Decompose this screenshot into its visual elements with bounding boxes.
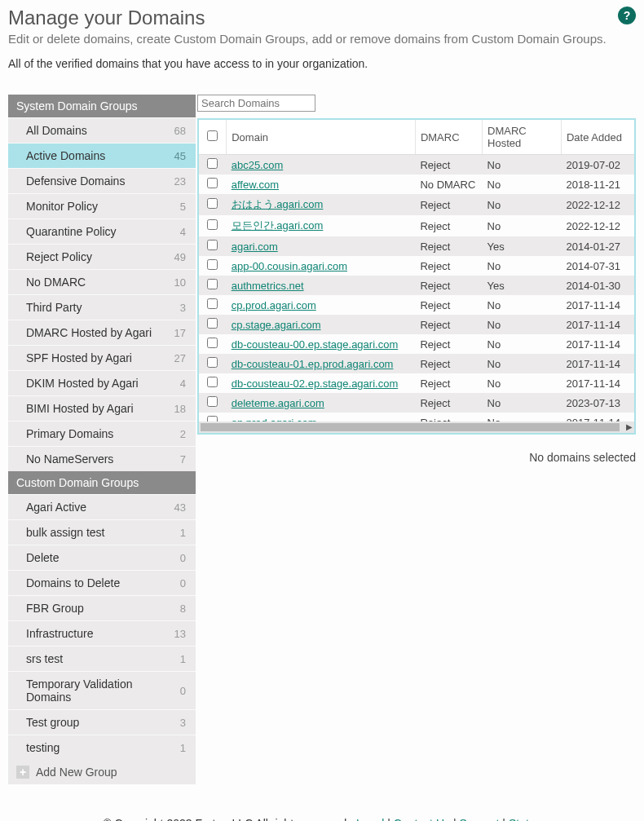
sidebar-item[interactable]: bulk assign test1 xyxy=(8,519,196,545)
help-icon[interactable]: ? xyxy=(618,7,636,24)
cell-dmarc: Reject xyxy=(415,194,482,215)
sidebar-item-label: Quarantine Policy xyxy=(26,225,117,238)
row-checkbox[interactable] xyxy=(207,219,218,230)
group-header: Custom Domain Groups xyxy=(8,471,196,494)
sidebar-item[interactable]: DKIM Hosted by Agari4 xyxy=(8,370,196,395)
domain-link[interactable]: authmetrics.net xyxy=(232,280,304,292)
sidebar-item-label: Primary Domains xyxy=(26,427,113,440)
sidebar-item[interactable]: Domains to Delete0 xyxy=(8,570,196,595)
cell-dmarc: Reject xyxy=(415,276,482,295)
search-input[interactable] xyxy=(197,95,315,112)
add-group-button[interactable]: +Add New Group xyxy=(8,760,196,784)
cell-dmarc: Reject xyxy=(415,155,482,175)
sidebar-item-count: 3 xyxy=(180,717,186,729)
column-header-added[interactable]: Date Added xyxy=(561,120,634,155)
column-header-hosted[interactable]: DMARC Hosted xyxy=(483,120,562,155)
domain-link[interactable]: agari.com xyxy=(232,241,278,253)
row-checkbox[interactable] xyxy=(207,318,218,329)
sidebar-item[interactable]: Defensive Domains23 xyxy=(8,168,196,193)
sidebar-item[interactable]: srs test1 xyxy=(8,646,196,671)
row-checkbox[interactable] xyxy=(207,259,218,270)
page-intro: All of the verified domains that you hav… xyxy=(8,57,636,70)
row-checkbox[interactable] xyxy=(207,338,218,348)
page-subtitle: Edit or delete domains, create Custom Do… xyxy=(8,32,636,46)
sidebar-item[interactable]: No DMARC10 xyxy=(8,269,196,294)
sidebar-item[interactable]: Delete0 xyxy=(8,545,196,570)
sidebar-item-count: 0 xyxy=(180,552,186,564)
domain-link[interactable]: db-cousteau-00.ep.stage.agari.com xyxy=(232,338,399,351)
row-checkbox[interactable] xyxy=(207,298,218,309)
cell-dmarc: Reject xyxy=(415,215,482,236)
sidebar-item-count: 2 xyxy=(180,428,186,440)
column-header-dmarc[interactable]: DMARC xyxy=(415,120,482,155)
footer-link[interactable]: Legal xyxy=(356,817,384,821)
sidebar-item[interactable]: Monitor Policy5 xyxy=(8,193,196,218)
sidebar-item-label: srs test xyxy=(26,652,63,665)
row-checkbox[interactable] xyxy=(207,279,218,289)
sidebar-item[interactable]: testing1 xyxy=(8,735,196,760)
sidebar-item[interactable]: Reject Policy49 xyxy=(8,244,196,269)
row-checkbox[interactable] xyxy=(207,377,218,387)
sidebar-item[interactable]: Agari Active43 xyxy=(8,494,196,519)
sidebar-item-count: 27 xyxy=(174,352,186,364)
sidebar-item-label: BIMI Hosted by Agari xyxy=(26,402,134,415)
sidebar-item-label: All Domains xyxy=(26,124,87,137)
sidebar-item[interactable]: No NameServers7 xyxy=(8,446,196,471)
horizontal-scrollbar[interactable]: ▶ xyxy=(199,422,634,433)
sidebar-item[interactable]: All Domains68 xyxy=(8,117,196,143)
domain-link[interactable]: db-cousteau-02.ep.stage.agari.com xyxy=(232,377,399,390)
row-checkbox[interactable] xyxy=(207,198,218,209)
domain-link[interactable]: app-00.cousin.agari.com xyxy=(232,260,347,272)
sidebar-item-label: SPF Hosted by Agari xyxy=(26,351,132,364)
column-header-domain[interactable]: Domain xyxy=(227,120,416,155)
row-checkbox[interactable] xyxy=(207,240,218,250)
select-all-checkbox[interactable] xyxy=(207,130,218,141)
sidebar-item-count: 5 xyxy=(180,201,186,213)
row-checkbox[interactable] xyxy=(207,416,218,422)
sidebar-item[interactable]: Test group3 xyxy=(8,709,196,735)
domain-link[interactable]: おはよう.agari.com xyxy=(232,198,324,210)
scroll-right-icon[interactable]: ▶ xyxy=(626,422,633,431)
row-checkbox[interactable] xyxy=(207,158,218,169)
sidebar-item-label: Reject Policy xyxy=(26,250,92,263)
sidebar-item[interactable]: Temporary Validation Domains0 xyxy=(8,671,196,709)
sidebar-item[interactable]: Third Party3 xyxy=(8,294,196,320)
row-checkbox[interactable] xyxy=(207,396,218,407)
sidebar-item[interactable]: DMARC Hosted by Agari17 xyxy=(8,320,196,345)
domain-link[interactable]: abc25.com xyxy=(232,159,284,171)
sidebar-item[interactable]: BIMI Hosted by Agari18 xyxy=(8,395,196,421)
sidebar-item-count: 4 xyxy=(180,226,186,238)
row-checkbox[interactable] xyxy=(207,178,218,188)
footer: © Copyright 2023 Fortra, LLC All rights … xyxy=(8,817,636,821)
sidebar-item[interactable]: Infrastructure13 xyxy=(8,620,196,646)
sidebar-item[interactable]: Active Domains45 xyxy=(8,143,196,168)
domain-link[interactable]: cp.stage.agari.com xyxy=(232,319,321,331)
sidebar-item-label: Monitor Policy xyxy=(26,200,98,213)
domain-link[interactable]: deleteme.agari.com xyxy=(232,397,324,409)
cell-dmarc: Reject xyxy=(415,413,482,422)
sidebar-item[interactable]: Quarantine Policy4 xyxy=(8,218,196,244)
cell-hosted: No xyxy=(483,194,562,215)
footer-link[interactable]: Status xyxy=(509,817,541,821)
cell-added: 2017-11-14 xyxy=(561,373,634,393)
sidebar-item-count: 10 xyxy=(174,276,186,289)
sidebar-item[interactable]: Primary Domains2 xyxy=(8,421,196,446)
sidebar-item[interactable]: SPF Hosted by Agari27 xyxy=(8,345,196,370)
sidebar-item-count: 43 xyxy=(174,501,186,514)
footer-link[interactable]: Support xyxy=(459,817,499,821)
domain-link[interactable]: cp.prod.agari.com xyxy=(232,299,316,311)
cell-dmarc: No DMARC xyxy=(415,174,482,194)
sidebar-item-label: No DMARC xyxy=(26,276,86,289)
group-header: System Domain Groups xyxy=(8,95,196,117)
sidebar: System Domain GroupsAll Domains68Active … xyxy=(8,95,196,784)
domain-link[interactable]: affew.com xyxy=(232,179,279,191)
cell-added: 2023-07-13 xyxy=(561,393,634,413)
cell-hosted: No xyxy=(483,315,562,334)
row-checkbox[interactable] xyxy=(207,357,218,368)
sidebar-item[interactable]: FBR Group8 xyxy=(8,595,196,620)
footer-link[interactable]: Contact Us xyxy=(394,817,450,821)
domain-link[interactable]: db-cousteau-01.ep.prod.agari.com xyxy=(232,358,394,370)
sidebar-item-label: Active Domains xyxy=(26,149,105,162)
cell-dmarc: Reject xyxy=(415,295,482,315)
domain-link[interactable]: 모든인간.agari.com xyxy=(232,219,324,232)
